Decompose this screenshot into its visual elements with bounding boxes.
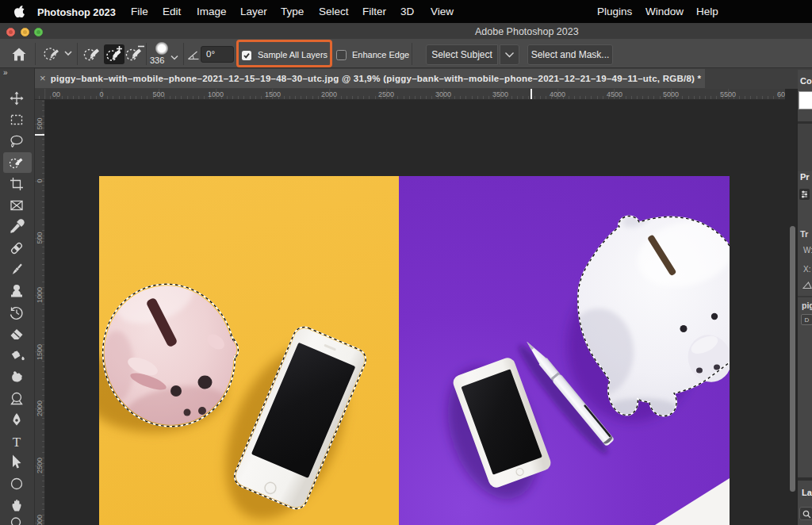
svg-text:T: T xyxy=(13,435,21,450)
